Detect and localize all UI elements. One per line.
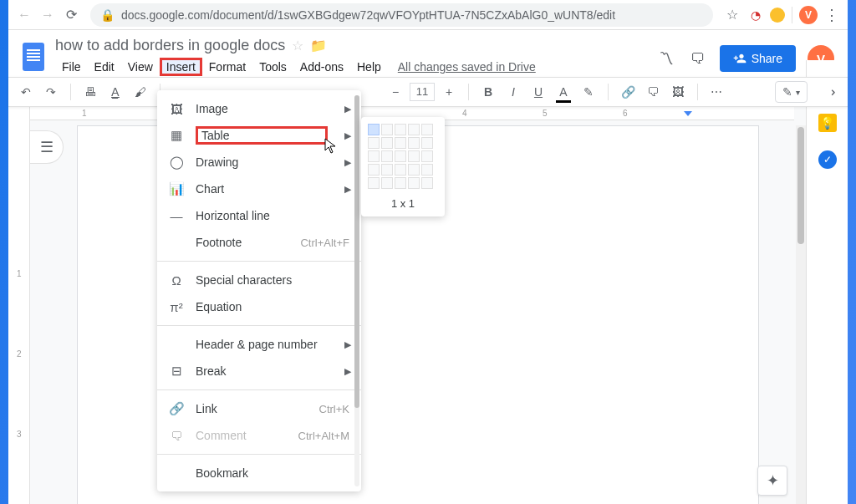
link-icon: 🔗 xyxy=(169,401,184,416)
font-size-input[interactable]: 11 xyxy=(410,83,435,101)
grid-cell[interactable] xyxy=(368,177,380,189)
menu-item-drawing[interactable]: ◯ Drawing ▶ xyxy=(157,149,361,176)
menu-item-footnote[interactable]: Footnote Ctrl+Alt+F xyxy=(157,229,361,256)
folder-icon[interactable]: 📁 xyxy=(310,38,327,53)
reload-button[interactable]: ⟳ xyxy=(62,6,80,24)
grid-cell[interactable] xyxy=(421,124,433,135)
font-size-plus[interactable]: + xyxy=(440,83,458,101)
grid-cell[interactable] xyxy=(381,164,393,176)
menu-item-equation[interactable]: π² Equation xyxy=(157,293,361,320)
extension-2-icon[interactable] xyxy=(770,8,785,23)
grid-cell[interactable] xyxy=(421,137,433,149)
comments-icon[interactable]: 🗨 xyxy=(688,48,708,69)
explore-button[interactable]: ✦ xyxy=(757,466,787,496)
print-icon[interactable]: 🖶 xyxy=(81,83,99,101)
hide-menus-icon[interactable]: ⌃ xyxy=(821,83,839,101)
tasks-icon[interactable]: ✓ xyxy=(818,150,837,169)
chevron-down-icon: ▾ xyxy=(796,88,800,97)
underline-icon[interactable]: U xyxy=(529,83,548,101)
grid-cell[interactable] xyxy=(368,137,380,149)
spellcheck-icon[interactable]: A̲ xyxy=(106,83,125,101)
grid-cell[interactable] xyxy=(408,137,420,149)
extension-1-icon[interactable]: ◔ xyxy=(746,6,765,24)
menu-addons[interactable]: Add-ons xyxy=(293,58,350,76)
menu-file[interactable]: File xyxy=(55,58,88,76)
menu-item-bookmark[interactable]: Bookmark xyxy=(157,460,361,486)
grid-cell[interactable] xyxy=(381,177,393,189)
menu-edit[interactable]: Edit xyxy=(88,58,121,76)
undo-icon[interactable]: ↶ xyxy=(17,83,35,101)
outline-toggle[interactable]: ☰ xyxy=(30,130,64,164)
grid-cell[interactable] xyxy=(381,124,393,135)
header-icon xyxy=(169,337,184,352)
text-color-icon[interactable]: A xyxy=(554,83,573,101)
highlight-icon[interactable]: ✎ xyxy=(579,83,598,101)
menu-insert[interactable]: Insert xyxy=(160,58,202,76)
menu-help[interactable]: Help xyxy=(350,58,388,76)
docs-app: how to add borders in google docs ☆ 📁 Fi… xyxy=(8,30,848,504)
add-comment-icon[interactable]: 🗨 xyxy=(644,83,662,101)
share-button[interactable]: Share xyxy=(720,45,796,72)
bookmark-icon xyxy=(169,466,184,481)
grid-cell[interactable] xyxy=(408,164,420,176)
menu-item-table[interactable]: ▦ Table ▶ xyxy=(157,122,361,149)
insert-image-icon[interactable]: 🖼 xyxy=(669,83,687,101)
doc-header: how to add borders in google docs ☆ 📁 Fi… xyxy=(8,30,848,77)
menu-item-break[interactable]: ⊟ Break ▶ xyxy=(157,358,361,384)
forward-button[interactable]: → xyxy=(38,6,57,24)
image-icon: 🖼 xyxy=(169,101,184,116)
browser-menu-icon[interactable]: ⋮ xyxy=(823,6,841,24)
font-size-minus[interactable]: − xyxy=(386,83,405,101)
save-status[interactable]: All changes saved in Drive xyxy=(398,60,536,74)
grid-cell[interactable] xyxy=(421,177,433,189)
activity-icon[interactable]: 〽 xyxy=(656,48,676,69)
menu-item-chart[interactable]: 📊 Chart ▶ xyxy=(157,176,361,202)
grid-cell[interactable] xyxy=(395,137,406,149)
menu-item-hline[interactable]: — Horizontal line xyxy=(157,202,361,229)
grid-cell[interactable] xyxy=(408,177,420,189)
lock-icon: 🔒 xyxy=(100,8,115,22)
grid-cell[interactable] xyxy=(368,124,380,135)
star-icon[interactable]: ☆ xyxy=(292,38,303,53)
grid-cell[interactable] xyxy=(381,137,393,149)
italic-icon[interactable]: I xyxy=(504,83,522,101)
grid-cell[interactable] xyxy=(395,150,406,162)
grid-cell[interactable] xyxy=(381,150,393,162)
grid-cell[interactable] xyxy=(408,150,420,162)
docs-logo[interactable] xyxy=(18,37,48,77)
editing-mode-button[interactable]: ✎ ▾ xyxy=(775,81,808,103)
grid-cell[interactable] xyxy=(421,164,433,176)
insert-dropdown-menu: 🖼 Image ▶ ▦ Table ▶ ◯ Drawing ▶ 📊 Chart … xyxy=(157,90,361,491)
right-indent-marker[interactable] xyxy=(684,111,692,116)
menu-format[interactable]: Format xyxy=(202,58,252,76)
menu-tools[interactable]: Tools xyxy=(252,58,293,76)
menu-item-image[interactable]: 🖼 Image ▶ xyxy=(157,95,361,122)
keep-icon[interactable]: 💡 xyxy=(818,114,837,132)
side-panel: 31 💡 ✓ xyxy=(806,60,848,504)
bold-icon[interactable]: B xyxy=(479,83,497,101)
table-size-grid[interactable] xyxy=(368,124,438,189)
grid-cell[interactable] xyxy=(395,164,406,176)
address-bar[interactable]: 🔒 docs.google.com/document/d/1swGXBGdgew… xyxy=(90,3,713,27)
bookmark-star-icon[interactable]: ☆ xyxy=(723,6,741,24)
grid-cell[interactable] xyxy=(408,124,420,135)
paint-format-icon[interactable]: 🖌 xyxy=(131,83,150,101)
menu-scrollbar[interactable] xyxy=(354,95,359,486)
menu-item-header-page[interactable]: Header & page number ▶ xyxy=(157,331,361,358)
menu-item-link[interactable]: 🔗 Link Ctrl+K xyxy=(157,395,361,422)
redo-icon[interactable]: ↷ xyxy=(42,83,60,101)
grid-cell[interactable] xyxy=(395,177,406,189)
grid-cell[interactable] xyxy=(368,164,380,176)
url-text: docs.google.com/document/d/1swGXBGdgew72… xyxy=(121,8,615,22)
grid-cell[interactable] xyxy=(368,150,380,162)
insert-link-icon[interactable]: 🔗 xyxy=(619,83,637,101)
grid-cell[interactable] xyxy=(395,124,406,135)
menu-item-special-chars[interactable]: Ω Special characters xyxy=(157,267,361,293)
more-tools-icon[interactable]: ⋯ xyxy=(708,83,726,101)
doc-title[interactable]: how to add borders in google docs xyxy=(55,37,285,54)
menu-view[interactable]: View xyxy=(121,58,160,76)
grid-cell[interactable] xyxy=(421,150,433,162)
vertical-scrollbar[interactable] xyxy=(796,125,806,504)
back-button[interactable]: ← xyxy=(15,6,33,24)
profile-avatar-small[interactable]: V xyxy=(799,6,818,24)
